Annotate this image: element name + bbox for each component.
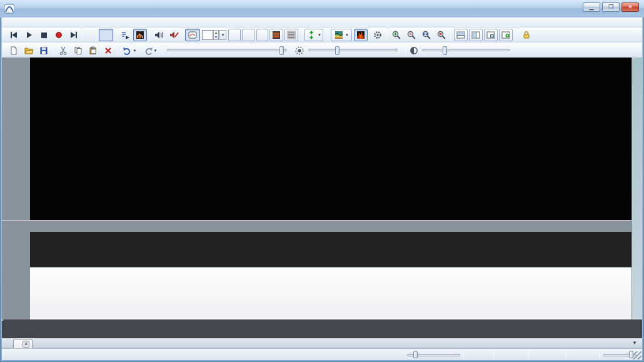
contrast-icon [408, 44, 420, 57]
resize-grip[interactable] [633, 351, 641, 359]
piano-keyboard [30, 232, 631, 267]
grid-dropdown[interactable]: ▼ [219, 30, 226, 40]
contrast-slider[interactable] [422, 49, 510, 51]
toolbar-main: ▲▼ ▼ ▼ ▼ [2, 28, 642, 43]
title-bar[interactable]: ▁ ❒ ✕ [0, 0, 644, 18]
record-button[interactable] [52, 29, 66, 41]
zoom-reset-icon[interactable] [435, 29, 448, 41]
timeline-overview[interactable] [2, 319, 642, 338]
document-tab-bar: ✕ ▼ [2, 338, 642, 348]
brightness-slider[interactable] [308, 49, 398, 51]
marker-panel-toggle[interactable] [185, 29, 200, 41]
timeline-selection-box[interactable] [2, 319, 3, 321]
spinner-arrows[interactable]: ▲▼ [213, 30, 219, 40]
contrast-thumb[interactable] [443, 46, 447, 55]
tab-list-dropdown-icon[interactable]: ▼ [632, 340, 637, 346]
zoom-in-icon[interactable] [390, 29, 403, 41]
app-logo-icon [4, 4, 14, 14]
export-markers-icon[interactable] [118, 29, 132, 41]
harmonic-peaks-icon[interactable] [133, 29, 147, 41]
brightness-icon [293, 44, 306, 57]
delete-icon[interactable] [101, 44, 115, 57]
open-file-icon[interactable] [22, 44, 36, 57]
fit-vertical-button[interactable]: ▼ [304, 29, 323, 41]
layout-split-vertical-icon[interactable] [469, 29, 483, 41]
zoom-horizontal-icon[interactable] [420, 29, 433, 41]
stop-button[interactable] [37, 29, 51, 41]
frequency-axis [2, 220, 631, 232]
list-rows-icon[interactable] [284, 29, 298, 41]
status-bar [2, 348, 642, 360]
spectrum-view-button[interactable] [354, 29, 368, 41]
menu-bar [2, 18, 642, 28]
copy-icon[interactable] [71, 44, 85, 57]
document-tab[interactable]: ✕ [13, 339, 33, 348]
sharp-grid-button[interactable] [256, 29, 268, 41]
playback-position-thumb[interactable] [279, 46, 284, 55]
zoom-out-icon[interactable] [405, 29, 418, 41]
linear-scale-button[interactable] [84, 29, 98, 41]
intensity-axis [2, 58, 30, 319]
overtone-rows-icon[interactable] [269, 29, 283, 41]
brightness-thumb[interactable] [335, 46, 340, 55]
new-file-icon[interactable] [7, 44, 21, 57]
maximize-button[interactable]: ❒ [602, 3, 620, 12]
app-window: ▁ ❒ ✕ ▲▼ ▼ ▼ ▼ [0, 0, 644, 362]
paste-icon[interactable] [86, 44, 100, 57]
mute-icon[interactable] [167, 29, 181, 41]
speaker-icon[interactable] [152, 29, 166, 41]
voice-range-staff [30, 267, 631, 319]
play-button[interactable] [22, 29, 36, 41]
layout-detach-icon[interactable] [484, 29, 498, 41]
undo-button[interactable]: ▼ [120, 44, 139, 57]
save-file-icon[interactable] [37, 44, 51, 57]
close-button[interactable]: ✕ [621, 3, 639, 12]
hz-grid-button[interactable] [242, 29, 255, 41]
log-scale-button[interactable] [99, 29, 113, 41]
lock-icon[interactable] [520, 29, 533, 41]
status-zoom-thumb[interactable] [413, 351, 418, 358]
harmonic-grid-spinner[interactable] [202, 30, 213, 40]
cut-icon[interactable] [56, 44, 70, 57]
skip-to-start-button[interactable] [7, 29, 21, 41]
spectrum-plot[interactable] [30, 58, 631, 220]
spectrogram-view-button[interactable]: ▼ [331, 29, 352, 41]
status-scale-thumb[interactable] [629, 351, 633, 358]
settings-gear-icon[interactable] [371, 29, 385, 41]
tab-close-icon[interactable]: ✕ [23, 341, 29, 348]
toolbar-file: ▼ ▼ [2, 43, 642, 58]
minimize-button[interactable]: ▁ [583, 3, 600, 12]
redo-button[interactable]: ▼ [141, 44, 159, 57]
skip-to-end-button[interactable] [67, 29, 81, 41]
note-grid-button[interactable] [228, 29, 241, 41]
right-panel-strip[interactable] [631, 58, 642, 319]
layout-add-icon[interactable] [499, 29, 513, 41]
layout-split-horizontal-icon[interactable] [454, 29, 468, 41]
playback-position-slider[interactable] [167, 49, 287, 51]
